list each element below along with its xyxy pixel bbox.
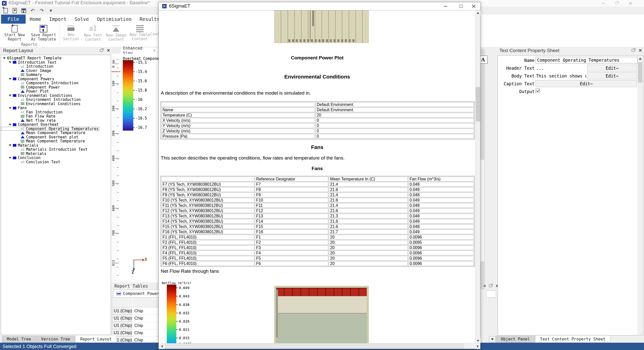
scroll-right-button[interactable] — [475, 343, 480, 349]
save-icon[interactable] — [21, 8, 27, 14]
expander-icon[interactable] — [9, 157, 11, 159]
tree-item-fans[interactable]: Fans — [1, 106, 111, 110]
table-row[interactable]: U1 (Chip)Chip — [112, 337, 158, 343]
tree-item-cover-image[interactable]: Cover Image — [1, 69, 111, 73]
expander-icon[interactable] — [3, 57, 6, 59]
tree-item-environment-introduction[interactable]: aIEnvironment Introduction — [1, 98, 111, 102]
table-row[interactable]: U1 (Chip)Chip — [112, 315, 158, 322]
tree-item-materials[interactable]: Materials — [1, 152, 111, 156]
fans-table-row: F11 (YS Tech, XYW08038012BU)F1121.40.048 — [161, 203, 474, 208]
hidden-panel-scroll-thumb[interactable] — [480, 159, 485, 262]
panel-float-icon[interactable] — [488, 284, 493, 288]
ribbon-button-save-report-as-template[interactable]: Save Report As Template — [28, 24, 59, 43]
tree-item-introduction[interactable]: aIIntroduction — [1, 64, 111, 69]
env-table-cell: Temperature (C) — [161, 113, 315, 118]
tree-item-conclusion-text[interactable]: aIConclusion Text — [1, 160, 111, 164]
dialog-maximize-button[interactable] — [456, 2, 467, 10]
tree-item-component-powers[interactable]: Component Powers — [1, 77, 111, 81]
ribbon-tab-import[interactable]: Import — [45, 15, 71, 24]
tree-item-mean-component-temperature[interactable]: Mean Component Temperature — [1, 139, 111, 143]
enhanced-view-canvas[interactable]: 0 mm100200300400500600700813 Overheat Co… — [111, 54, 158, 282]
tree-item-mean-component-temperature[interactable]: Mean Component Temperature — [1, 131, 111, 135]
dialog-minimize-button[interactable] — [440, 2, 451, 10]
header-edit-button[interactable]: Edit⋯ — [587, 65, 637, 71]
scroll-up-button[interactable] — [475, 10, 480, 15]
tree-item-conclusion[interactable]: Conclusion — [1, 156, 111, 160]
ribbon-tab-solve[interactable]: Solve — [70, 15, 93, 24]
undo-icon[interactable]: ↶ — [30, 8, 36, 14]
close-button[interactable] — [625, 0, 636, 7]
fans-table-cell: F12 — [255, 208, 328, 213]
caption-edit-button[interactable]: Edit⋯ — [536, 80, 637, 87]
tab-version-tree[interactable]: Version Tree — [36, 336, 75, 343]
ribbon-tab-home[interactable]: Home — [26, 15, 45, 24]
tree-item-fan-introduction[interactable]: aIFan Introduction — [1, 110, 111, 114]
tab-component-power[interactable]: Component Power — [113, 290, 163, 297]
table-row[interactable]: U1 (Chip)Chip — [112, 329, 158, 337]
tree-item-net-flow-rate[interactable]: Net flow rate — [1, 119, 111, 123]
import-icon[interactable] — [12, 8, 18, 14]
scroll-up-icon[interactable] — [639, 58, 642, 60]
expander-icon[interactable] — [9, 124, 11, 126]
tab-enhanced-view[interactable]: Enhanced View × — [120, 47, 158, 54]
tab-model-tree[interactable]: Model Tree — [2, 336, 36, 343]
name-field[interactable] — [536, 57, 637, 63]
tree-item-component-overheat-plot[interactable]: Component Overheat plot — [1, 135, 111, 139]
tab-object-panel[interactable]: Object Panel — [496, 336, 535, 343]
fans-table-cell: F5 — [255, 256, 328, 261]
output-label: Output — [500, 89, 535, 94]
tree-item-component-power[interactable]: Component Power — [1, 85, 111, 90]
scroll-down-button[interactable] — [475, 338, 480, 343]
dialog-vertical-scrollbar[interactable] — [475, 10, 480, 343]
ribbon-tab-optimisation[interactable]: Optimisation — [93, 15, 135, 24]
expander-icon[interactable] — [9, 61, 11, 63]
scroll-thumb[interactable] — [638, 62, 642, 83]
scroll-thumb[interactable] — [476, 87, 480, 122]
tree-item-fan-flow-rate[interactable]: Fan Flow Rate — [1, 114, 111, 119]
tree-item-materials[interactable]: Materials — [1, 143, 111, 148]
tree-item-environmental-conditions[interactable]: Environmental Conditions — [1, 102, 111, 106]
redo-icon[interactable]: ↷ — [39, 8, 45, 14]
expander-icon[interactable] — [9, 144, 11, 146]
output-checkbox[interactable] — [536, 89, 540, 93]
table-row[interactable]: U1 (Chip)Chip — [112, 307, 158, 315]
table-row[interactable]: U1 (Chip)Chip — [112, 322, 158, 329]
tab-report-layout[interactable]: Report Layout — [75, 336, 116, 343]
tree-item-power-plot[interactable]: Power Plot — [1, 89, 111, 94]
tree-item-components-introduction[interactable]: aIComponents Introduction — [1, 81, 111, 85]
tab-text-content-property-sheet[interactable]: Text Content Property Sheet — [535, 336, 610, 343]
body-edit-button[interactable]: Edit⋯ — [587, 72, 637, 79]
scroll-left-button[interactable] — [159, 343, 164, 349]
expander-icon[interactable] — [9, 78, 11, 80]
tree-item-6sigmaet-report-template[interactable]: 6SigmaET Report Template — [1, 56, 111, 60]
dialog-titlebar[interactable]: 6SigmaET — [159, 2, 480, 10]
tree-item-environmental-conditions[interactable]: Environmental Conditions — [1, 94, 111, 98]
tab-dropdown-button[interactable] — [489, 336, 496, 342]
new-document-icon[interactable] — [3, 8, 9, 14]
tree-item-component-overheat[interactable]: Component Overheat — [1, 123, 111, 127]
tree-item-materials-introduction-text[interactable]: aIMaterials Introduction Text — [1, 147, 111, 152]
panel-menu-icon[interactable]: ≡ — [484, 283, 486, 288]
restore-button[interactable] — [611, 0, 622, 7]
property-sheet-scrollbar[interactable] — [637, 56, 643, 335]
enhanced-view-close-icon[interactable]: × — [153, 48, 156, 53]
dialog-close-button[interactable] — [468, 2, 479, 10]
close-panel-icon[interactable]: × — [106, 48, 111, 53]
ribbon-tab-file[interactable]: File — [1, 15, 26, 24]
close-panel-icon[interactable]: × — [638, 48, 642, 53]
right-bottom-tabs: Object PanelText Content Property Sheet — [496, 336, 610, 343]
float-panel-icon[interactable] — [99, 48, 104, 53]
minimize-button[interactable] — [598, 0, 609, 7]
float-panel-icon[interactable] — [631, 48, 635, 53]
dialog-horizontal-scrollbar[interactable] — [159, 343, 480, 349]
expander-icon[interactable] — [9, 107, 11, 109]
qat-dropdown-icon[interactable]: ▾ — [48, 8, 54, 14]
report-preview-dialog: 6SigmaET Component Power Plot Environmen… — [158, 2, 480, 349]
tree-item-component-operating-temperatures[interactable]: aIComponent Operating Temperatures — [1, 127, 111, 131]
ruler-tick — [117, 209, 119, 209]
expander-icon[interactable] — [9, 95, 11, 96]
tree-item-summary[interactable]: Summary — [1, 73, 111, 77]
ribbon-button-start-new-report[interactable]: Start New Report — [2, 24, 28, 43]
tree-item-introduction-text[interactable]: Introduction Text — [1, 60, 111, 65]
scroll-thumb-horizontal[interactable] — [165, 344, 464, 349]
